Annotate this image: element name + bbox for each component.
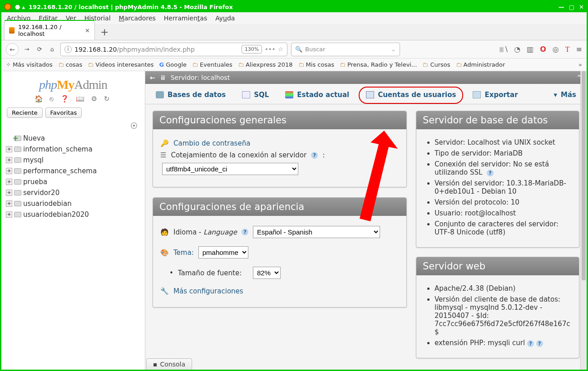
page-actions-icon[interactable]: ••• [265, 46, 275, 53]
search-engine-icon[interactable]: ⌄ [391, 46, 396, 53]
forward-button[interactable]: → [22, 45, 31, 54]
help-icon[interactable]: ? [487, 170, 494, 176]
fontsize-select[interactable]: 82% [253, 267, 281, 279]
collation-label: Cotejamiento de la conexión al servidor [171, 151, 306, 159]
more-settings-link[interactable]: Más configuraciones [173, 287, 243, 295]
panel-title: Servidor web [416, 257, 579, 275]
pma-side-icons[interactable]: 🏠 ⎋ ❓ 📖 ⚙ ↻ [4, 95, 142, 103]
sql-icon [242, 91, 250, 98]
search-icon: 🔍 [295, 46, 302, 53]
library-icon[interactable]: ⫼\ [498, 45, 508, 54]
ext-icon-t[interactable]: T [565, 45, 570, 54]
scrollbar[interactable] [580, 71, 587, 370]
tab-status[interactable]: Estado actual [278, 87, 356, 104]
bm-eventuales[interactable]: 🗀Eventuales [192, 61, 232, 68]
bm-videos[interactable]: 🗀Videos interesantes [88, 61, 153, 68]
sidebar-icon[interactable]: ▥ [527, 45, 534, 54]
reload-button[interactable]: ⟳ [35, 45, 44, 54]
help-icon[interactable]: ? [527, 340, 534, 347]
tree-item[interactable]: +mysql [4, 155, 142, 166]
menu-marcadores[interactable]: Marcadores [119, 15, 156, 22]
language-select[interactable]: Español - Spanish [253, 226, 380, 238]
server-breadcrumb: ← 🖥 Servidor: localhost ⌃ [145, 71, 587, 84]
url-bar[interactable]: i 192.168.1.20/phpmyadmin/index.php 130%… [60, 43, 287, 56]
collapse-left-icon[interactable]: ← [150, 74, 155, 81]
bm-most-visited[interactable]: ✧Más visitados [6, 61, 53, 68]
tab-export[interactable]: Exportar [466, 87, 524, 104]
menu-herramientas[interactable]: Herramientas [164, 15, 207, 22]
info-item: Versión del protocolo: 10 [435, 198, 572, 206]
info-item: Servidor: Localhost via UNIX socket [435, 138, 572, 146]
chevron-down-icon: ▾ [553, 91, 557, 99]
ext-icon-1[interactable]: ◔ [514, 45, 520, 54]
help-icon[interactable]: ? [242, 229, 248, 235]
change-password-link[interactable]: Cambio de contraseña [173, 139, 250, 147]
list-icon: ☰ [160, 151, 166, 159]
lang-label-en: Language [203, 228, 237, 236]
tree-item[interactable]: +usuariodebian2020 [4, 209, 142, 220]
minimize-button[interactable]: — [558, 4, 564, 10]
maximize-button[interactable]: ▢ [569, 4, 574, 10]
bm-miscosas[interactable]: 🗀Mis cosas [298, 61, 334, 68]
bm-admin[interactable]: 🗀Administrador [456, 61, 505, 68]
pma-favicon [9, 27, 15, 34]
search-placeholder: Buscar [305, 46, 325, 53]
lang-icon: 🧑 [160, 228, 169, 236]
browser-tab-active[interactable]: 192.168.1.20 / localhost ✕ [4, 20, 95, 40]
bookmarks-overflow[interactable]: » [578, 61, 582, 68]
tree-item[interactable]: +performance_schema [4, 166, 142, 176]
bm-cursos[interactable]: 🗀Cursos [422, 61, 450, 68]
panel-title: Servidor de base de datos [416, 111, 579, 129]
theme-label[interactable]: Tema: [173, 249, 194, 257]
side-tab-favorites[interactable]: Favoritas [45, 107, 82, 118]
panel-web-server: Servidor web Apache/2.4.38 (Debian) Vers… [416, 257, 579, 358]
url-text: 192.168.1.20/phpmyadmin/index.php [74, 46, 195, 53]
account-icon[interactable]: ◎ [553, 45, 559, 54]
opera-icon[interactable]: O [540, 45, 546, 54]
tab-sql[interactable]: SQL [235, 87, 276, 104]
tree-item[interactable]: +prueba [4, 176, 142, 187]
users-icon [366, 91, 374, 98]
tree-item[interactable]: +information_schema [4, 144, 142, 155]
info-item: Versión del servidor: 10.3.18-MariaDB-0+… [435, 179, 572, 195]
info-item: Apache/2.4.38 (Debian) [435, 284, 572, 293]
tree-new[interactable]: + Nueva [4, 133, 142, 144]
link-icon[interactable]: ⦿ [4, 121, 142, 133]
collation-select[interactable]: utf8mb4_unicode_ci [162, 163, 298, 175]
home-button[interactable]: ⌂ [48, 45, 57, 54]
console-toggle[interactable]: ▪ Consola [146, 358, 192, 370]
help-icon[interactable]: ? [536, 340, 543, 347]
theme-select[interactable]: pmahomme [198, 246, 248, 259]
help-icon[interactable]: ? [311, 152, 318, 159]
pma-main: ← 🖥 Servidor: localhost ⌃ Bases de datos… [145, 71, 587, 370]
tab-databases[interactable]: Bases de datos [149, 87, 232, 104]
search-box[interactable]: 🔍 Buscar ⌄ [291, 43, 400, 56]
server-label: Servidor: localhost [171, 74, 230, 81]
new-tab-button[interactable]: + [95, 26, 114, 38]
tab-close-icon[interactable]: ✕ [85, 27, 90, 34]
hamburger-icon[interactable]: ≡ [576, 45, 582, 54]
pma-sidebar: phpMyAdmin 🏠 ⎋ ❓ 📖 ⚙ ↻ Reciente Favorita… [1, 71, 145, 370]
console-icon: ▪ [153, 361, 158, 368]
close-button[interactable]: ✕ [579, 4, 584, 10]
back-button[interactable]: ← [6, 43, 19, 56]
bookmark-star-icon[interactable]: ☆ [278, 46, 283, 53]
firefox-icon [4, 3, 11, 10]
bm-aliexpress[interactable]: 🗀Aliexpress 2018 [238, 61, 293, 68]
fontsize-label: Tamaño de fuente: [178, 269, 242, 277]
side-tab-recent[interactable]: Reciente [7, 107, 43, 118]
server-icon: 🖥 [160, 74, 166, 81]
window-titlebar: ⬣ ▴ 192.168.1.20 / localhost | phpMyAdmi… [1, 1, 587, 12]
info-icon[interactable]: i [64, 46, 72, 53]
key-icon: 🔑 [160, 139, 169, 147]
menu-ayuda[interactable]: Ayuda [215, 15, 235, 22]
bm-cosas[interactable]: 🗀cosas [58, 61, 83, 68]
bm-google[interactable]: GGoogle [159, 61, 187, 68]
tree-item[interactable]: +servidor20 [4, 187, 142, 198]
tab-more[interactable]: ▾Más [547, 87, 583, 104]
panel-title: Configuraciones de apariencia [153, 198, 406, 216]
tree-item[interactable]: +usuariodebian [4, 198, 142, 209]
zoom-badge[interactable]: 130% [242, 45, 262, 54]
bm-prensa[interactable]: 🗀Prensa, Radio y Televi... [340, 61, 417, 68]
tab-user-accounts[interactable]: Cuentas de usuarios [359, 87, 463, 104]
